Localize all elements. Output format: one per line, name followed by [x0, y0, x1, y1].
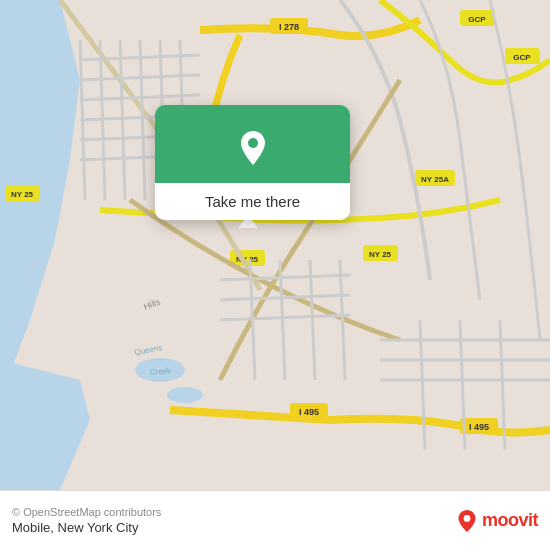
svg-text:GCP: GCP	[513, 53, 531, 62]
take-me-there-button[interactable]: Take me there	[155, 183, 350, 220]
moovit-text: moovit	[482, 510, 538, 531]
moovit-logo: moovit	[456, 510, 538, 532]
svg-text:NY 25: NY 25	[369, 250, 392, 259]
location-label: Mobile, New York City	[12, 520, 161, 535]
location-pin-icon	[231, 125, 275, 169]
popup-card: Take me there	[155, 105, 350, 220]
map-view[interactable]: I 278 I 495 I 495 NY 25 NY 25 NY 25 NY 2…	[0, 0, 550, 490]
svg-text:I 278: I 278	[279, 22, 299, 32]
moovit-pin-icon	[456, 510, 478, 532]
attribution-text: © OpenStreetMap contributors	[12, 506, 161, 518]
popup-header	[155, 105, 350, 183]
svg-point-53	[464, 515, 471, 522]
svg-text:I 495: I 495	[299, 407, 319, 417]
svg-point-52	[248, 138, 258, 148]
svg-text:NY 25A: NY 25A	[421, 175, 449, 184]
svg-text:GCP: GCP	[468, 15, 486, 24]
map-svg: I 278 I 495 I 495 NY 25 NY 25 NY 25 NY 2…	[0, 0, 550, 490]
svg-text:NY 25: NY 25	[11, 190, 34, 199]
svg-point-4	[167, 387, 203, 403]
bottom-bar: © OpenStreetMap contributors Mobile, New…	[0, 490, 550, 550]
svg-text:I 495: I 495	[469, 422, 489, 432]
